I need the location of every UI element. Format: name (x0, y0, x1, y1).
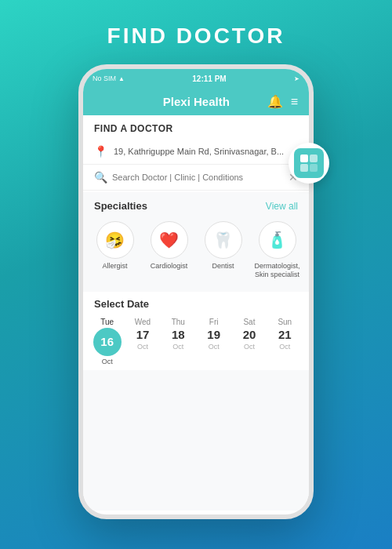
status-right: ➤ (294, 75, 299, 82)
day-name-thu: Thu (172, 318, 185, 326)
specialties-section: Specialties View all 🤧 Allergist ❤️ Card… (83, 192, 309, 287)
search-row: 🔍 ✕ (83, 165, 309, 191)
day-num-wed: 17 (136, 328, 150, 341)
day-name-sun: Sun (278, 318, 292, 326)
specialty-dentist[interactable]: 🦷 Dentist (201, 221, 246, 279)
logo-icon (294, 148, 324, 178)
specialty-cardiologist[interactable]: ❤️ Cardiologist (147, 221, 192, 279)
day-name-wed: Wed (135, 318, 151, 326)
location-row[interactable]: 📍 19, Kathriguppe Main Rd, Srinivasnagar… (83, 139, 309, 165)
svg-rect-2 (300, 164, 308, 172)
day-month-sun: Oct (279, 343, 290, 351)
allergist-icon: 🤧 (96, 221, 134, 259)
cardiologist-icon: ❤️ (151, 221, 188, 259)
view-all-link[interactable]: View all (266, 201, 298, 212)
nav-title: Plexi Health (163, 95, 230, 108)
active-day-circle: 16 (93, 328, 122, 356)
cal-day-thu[interactable]: Thu 18 Oct (162, 318, 194, 351)
phone-content: FIND A DOCTOR 📍 19, Kathriguppe Main Rd,… (83, 115, 309, 511)
cal-day-sun[interactable]: Sun 21 Oct (269, 318, 300, 351)
status-left: No SIM ▲ (93, 75, 125, 82)
day-num-fri: 19 (207, 328, 220, 341)
carrier-text: No SIM (93, 75, 116, 82)
day-month-tue: Oct (102, 358, 113, 365)
cal-day-fri[interactable]: Fri 19 Oct (198, 318, 230, 351)
nav-icons: 🔔 ≡ (267, 94, 298, 109)
specialties-list: 🤧 Allergist ❤️ Cardiologist 🦷 Dentist 🧴 … (83, 216, 309, 287)
svg-rect-3 (310, 164, 318, 172)
menu-icon[interactable]: ≡ (291, 95, 298, 109)
logo-badge (289, 143, 329, 184)
day-num-sun: 21 (278, 328, 292, 341)
cardiologist-label: Cardiologist (151, 262, 188, 271)
bell-icon[interactable]: 🔔 (267, 94, 283, 109)
svg-rect-0 (300, 155, 308, 162)
day-name-sat: Sat (243, 318, 255, 326)
specialties-title: Specialties (94, 200, 147, 212)
select-date-section: Select Date Tue 16 Oct Wed 17 Oct (83, 292, 309, 370)
day-num-thu: 18 (172, 328, 185, 341)
dermatologist-icon: 🧴 (259, 221, 296, 259)
cal-day-wed[interactable]: Wed 17 Oct (127, 318, 158, 351)
search-input[interactable] (112, 173, 284, 182)
dermatologist-label: Dermatologist, Skin specialist (254, 262, 299, 279)
nav-bar: Plexi Health 🔔 ≡ (83, 88, 309, 115)
dentist-label: Dentist (212, 262, 234, 271)
day-num-sat: 20 (243, 328, 256, 341)
phone-frame: No SIM ▲ 12:11 PM ➤ Plexi Health 🔔 ≡ FIN… (78, 64, 314, 519)
day-month-wed: Oct (137, 343, 148, 351)
svg-rect-1 (310, 155, 318, 162)
phone-wrapper: No SIM ▲ 12:11 PM ➤ Plexi Health 🔔 ≡ FIN… (78, 64, 314, 519)
day-month-sat: Oct (244, 343, 255, 351)
specialties-header: Specialties View all (83, 192, 309, 216)
status-bar: No SIM ▲ 12:11 PM ➤ (83, 69, 309, 88)
specialty-allergist[interactable]: 🤧 Allergist (93, 221, 138, 279)
cal-day-tue[interactable]: Tue 16 Oct (92, 318, 123, 365)
location-text: 19, Kathriguppe Main Rd, Srinivasnagar, … (114, 147, 284, 156)
find-doctor-section: FIND A DOCTOR 📍 19, Kathriguppe Main Rd,… (83, 115, 309, 192)
location-pin-icon: 📍 (94, 145, 107, 158)
allergist-label: Allergist (102, 262, 127, 271)
location-arrow-icon: ➤ (294, 75, 299, 82)
dentist-icon: 🦷 (205, 221, 242, 259)
day-month-fri: Oct (209, 343, 220, 351)
page-title: FIND DOCTOR (107, 24, 285, 49)
find-doctor-title: FIND A DOCTOR (83, 115, 309, 139)
calendar-row: Tue 16 Oct Wed 17 Oct Thu 18 O (83, 313, 309, 370)
select-date-title: Select Date (83, 292, 309, 313)
day-month-thu: Oct (172, 343, 183, 351)
day-num-tue: 16 (100, 335, 114, 348)
day-name-tue: Tue (100, 318, 114, 326)
cal-day-sat[interactable]: Sat 20 Oct (234, 318, 265, 351)
specialty-dermatologist[interactable]: 🧴 Dermatologist, Skin specialist (255, 221, 300, 279)
signal-icon: ▲ (118, 75, 125, 82)
search-icon: 🔍 (94, 171, 107, 184)
day-name-fri: Fri (209, 318, 219, 326)
time-display: 12:11 PM (192, 75, 226, 83)
